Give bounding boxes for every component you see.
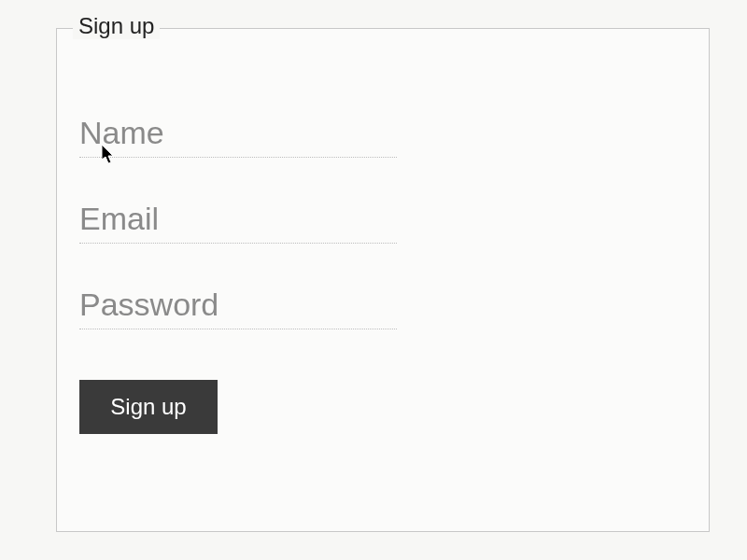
password-field[interactable]: [79, 283, 397, 329]
email-field[interactable]: [79, 197, 397, 244]
name-field[interactable]: [79, 111, 397, 158]
signup-input-stack: [79, 111, 686, 329]
form-legend: Sign up: [73, 13, 160, 39]
signup-fieldset: Sign up: [56, 28, 710, 532]
signup-button[interactable]: Sign up: [79, 380, 218, 434]
